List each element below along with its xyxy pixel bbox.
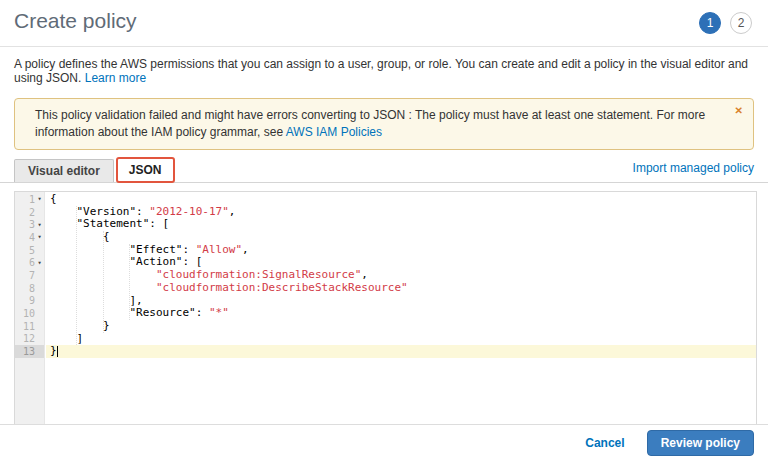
editor-tabbar: Visual editor JSON Import managed policy [0, 158, 768, 183]
editor-gutter: 1▾23▾4▾56▾78910111213 [15, 192, 45, 439]
code-text: "Statement": [ [50, 217, 169, 230]
learn-more-link[interactable]: Learn more [85, 71, 146, 85]
tab-json[interactable]: JSON [116, 157, 175, 183]
tab-visual-editor-label: Visual editor [28, 164, 100, 178]
code-text: "Effect": [50, 243, 196, 256]
gutter-line-2[interactable]: 2 [15, 206, 44, 219]
gutter-line-4[interactable]: 4▾ [15, 231, 44, 244]
fold-caret-icon[interactable]: ▾ [35, 233, 44, 241]
wizard-step-1[interactable]: 1 [699, 12, 721, 34]
fold-caret-icon[interactable]: ▾ [35, 195, 44, 203]
gutter-line-6[interactable]: 6▾ [15, 256, 44, 269]
wizard-steps: 12 [699, 12, 752, 34]
code-text: } [50, 344, 57, 357]
tab-json-label: JSON [129, 163, 162, 177]
code-text: , [361, 268, 368, 281]
code-text: { [50, 192, 57, 205]
code-string: "cloudformation:DescribeStackResource" [156, 281, 408, 294]
code-string: "Allow" [196, 243, 242, 256]
json-policy-editor[interactable]: 1▾23▾4▾56▾78910111213 { "Version": "2012… [14, 191, 757, 440]
code-text [50, 281, 156, 294]
tab-visual-editor[interactable]: Visual editor [14, 159, 114, 182]
gutter-line-8[interactable]: 8 [15, 282, 44, 295]
code-line-8[interactable]: "cloudformation:DescribeStackResource" [46, 282, 756, 295]
footer-bar: Cancel Review policy [0, 424, 768, 461]
code-text: ], [50, 294, 143, 307]
code-text: , [242, 243, 249, 256]
fold-caret-icon[interactable]: ▾ [35, 259, 44, 267]
text-cursor [57, 346, 58, 357]
code-text: "Version": [50, 205, 149, 218]
alert-iam-policies-link[interactable]: AWS IAM Policies [286, 125, 382, 139]
code-text [50, 268, 156, 281]
gutter-line-9[interactable]: 9 [15, 295, 44, 308]
header-divider [0, 46, 768, 47]
code-string: "cloudformation:SignalResource" [156, 268, 361, 281]
code-text: , [229, 205, 236, 218]
code-text: ] [50, 332, 83, 345]
gutter-line-12[interactable]: 12 [15, 333, 44, 346]
review-policy-button[interactable]: Review policy [647, 430, 754, 456]
code-text: "Action": [ [50, 255, 202, 268]
gutter-line-1[interactable]: 1▾ [15, 193, 44, 206]
validation-alert: This policy validation failed and might … [14, 98, 754, 150]
code-line-10[interactable]: "Resource": "*" [46, 307, 756, 320]
code-line-12[interactable]: ] [46, 333, 756, 346]
editor-code[interactable]: { "Version": "2012-10-17", "Statement": … [46, 192, 756, 439]
page-title: Create policy [14, 9, 137, 33]
code-text: "Resource": [50, 306, 209, 319]
code-text: } [50, 319, 110, 332]
close-icon[interactable]: ✕ [735, 105, 743, 116]
code-string: "2012-10-17" [149, 205, 228, 218]
code-text: { [50, 230, 110, 243]
gutter-line-5[interactable]: 5 [15, 244, 44, 257]
code-string: "*" [209, 306, 229, 319]
wizard-step-2[interactable]: 2 [730, 12, 752, 34]
code-line-3[interactable]: "Statement": [ [46, 218, 756, 231]
code-line-13[interactable]: } [46, 345, 756, 358]
gutter-line-11[interactable]: 11 [15, 320, 44, 333]
gutter-line-7[interactable]: 7 [15, 269, 44, 282]
gutter-line-13[interactable]: 13 [15, 345, 44, 358]
import-managed-policy-link[interactable]: Import managed policy [633, 161, 754, 179]
page-header: Create policy 12 [0, 0, 768, 46]
cancel-link[interactable]: Cancel [585, 436, 624, 450]
gutter-line-10[interactable]: 10 [15, 307, 44, 320]
intro-text: A policy defines the AWS permissions tha… [14, 57, 754, 85]
code-line-11[interactable]: } [46, 320, 756, 333]
fold-caret-icon[interactable]: ▾ [35, 221, 44, 229]
gutter-line-3[interactable]: 3▾ [15, 218, 44, 231]
